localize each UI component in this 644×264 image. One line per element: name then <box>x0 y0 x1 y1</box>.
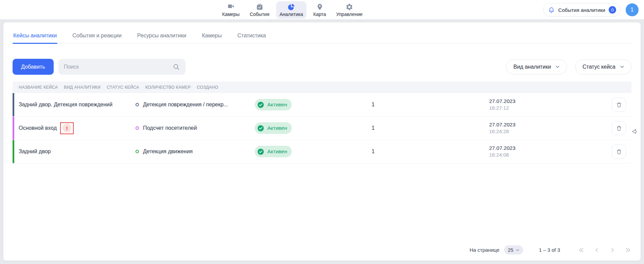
tab-label: Статистика <box>237 33 266 38</box>
case-name: Задний двор <box>19 148 51 155</box>
tab-label: Камеры <box>202 33 222 38</box>
chevron-right-icon <box>609 247 616 253</box>
analytics-type-dot <box>136 103 139 106</box>
toolbar: Добавить Вид аналитики Статус кейса <box>13 59 631 75</box>
mouse-cursor <box>630 128 638 135</box>
add-case-button[interactable]: Добавить <box>13 59 54 75</box>
top-nav: Камеры События Анали <box>0 0 644 20</box>
table-row[interactable]: Основной вход ! Подсчет посетителей <box>13 117 631 140</box>
nav-item[interactable]: Управление <box>333 1 366 19</box>
events-count-badge: 0 <box>609 6 616 14</box>
status-badge-label: Активен <box>267 148 287 155</box>
case-color-bar <box>13 117 14 140</box>
gear-icon <box>345 3 353 11</box>
created-time: 16:27:12 <box>489 105 516 111</box>
chevron-down-icon <box>515 248 520 252</box>
warning-highlight-box: ! <box>60 122 74 134</box>
created-cell: 27.07.2023 16:24:08 <box>483 145 589 158</box>
cases-table: НАЗВАНИЕ КЕЙСА ВИД АНАЛИТИКИ СТАТУС КЕЙС… <box>13 82 631 163</box>
delete-case-button[interactable] <box>612 121 626 135</box>
tab[interactable]: Статистика <box>237 31 267 43</box>
prev-page-button[interactable] <box>593 247 600 253</box>
camera-count: 1 <box>372 102 375 108</box>
case-status-cell: Активен <box>249 122 365 134</box>
status-badge: Активен <box>255 122 292 134</box>
tab-label: Кейсы аналитики <box>13 33 57 38</box>
camera-count: 1 <box>372 148 375 155</box>
table-header-cell: ВИД АНАЛИТИКИ <box>58 85 101 90</box>
nav-item[interactable]: Камеры <box>219 1 243 19</box>
last-page-button[interactable] <box>625 247 631 253</box>
per-page-select[interactable]: 25 <box>504 245 523 254</box>
delete-case-button[interactable] <box>612 98 626 112</box>
case-name-cell: Задний двор. Детекция повреждений <box>13 102 129 108</box>
table-header-cell: СТАТУС КЕЙСА <box>101 85 139 90</box>
analytics-type-dot <box>136 150 139 153</box>
nav-item[interactable]: События <box>246 1 273 19</box>
table-row[interactable]: Задний двор. Детекция повреждений Детекц… <box>13 93 631 117</box>
nav-item-label: Карта <box>313 12 326 17</box>
camera-count: 1 <box>372 125 375 131</box>
created-time: 16:24:28 <box>489 128 516 135</box>
first-page-button[interactable] <box>578 247 585 253</box>
created-date: 27.07.2023 <box>489 145 516 152</box>
nav-item-label: Управление <box>336 12 363 17</box>
analytics-type-label: Подсчет посетителей <box>143 125 197 131</box>
case-color-bar <box>13 93 14 116</box>
tab[interactable]: Ресурсы аналитики <box>137 31 187 43</box>
case-name: Основной вход <box>19 125 57 131</box>
nav-item[interactable]: Карта <box>310 1 329 19</box>
status-badge-label: Активен <box>267 102 287 108</box>
nav-right: События аналитики 0 1 <box>543 3 639 17</box>
analytics-type-label: Детекция движения <box>143 148 193 155</box>
filter-dropdown-label: Статус кейса <box>583 64 615 70</box>
case-name-cell: Основной вход ! <box>13 122 129 134</box>
table-row[interactable]: Задний двор Детекция движения Активен <box>13 140 631 163</box>
next-page-button[interactable] <box>609 247 616 253</box>
table-header-cell: СОЗДАНО <box>191 85 218 90</box>
status-badge: Активен <box>255 146 292 157</box>
camera-count-cell: 1 <box>365 125 483 131</box>
tab[interactable]: Кейсы аналитики <box>13 31 57 43</box>
nav-item-label: Камеры <box>222 12 239 17</box>
case-status-cell: Активен <box>249 99 365 110</box>
tab[interactable]: Камеры <box>201 31 222 43</box>
tab-label: Ресурсы аналитики <box>137 33 186 38</box>
video-camera-icon <box>227 3 235 11</box>
table-header-cell: КОЛИЧЕСТВО КАМЕР <box>139 85 191 90</box>
double-chevron-left-icon <box>578 247 585 253</box>
chevron-down-icon <box>555 64 560 70</box>
filter-dropdown[interactable]: Статус кейса <box>575 59 631 74</box>
camera-count-cell: 1 <box>365 102 483 108</box>
tab-label: События и реакции <box>72 33 122 38</box>
analytics-type-cell: Детекция повреждения / перекр... <box>129 102 249 108</box>
per-page-label: На странице <box>469 247 499 253</box>
main-menu: Камеры События Анали <box>219 0 366 19</box>
pagination <box>578 247 631 253</box>
events-button-label: События аналитики <box>558 7 605 13</box>
row-actions-cell <box>589 144 631 159</box>
chevron-left-icon <box>593 247 600 253</box>
search-input[interactable] <box>64 64 173 70</box>
analytics-type-label: Детекция повреждения / перекр... <box>143 102 228 108</box>
nav-item-label: Аналитика <box>280 12 303 17</box>
search-box[interactable] <box>58 59 185 75</box>
tabs: Кейсы аналитики События и реакции Ресурс… <box>13 22 631 44</box>
filter-dropdown[interactable]: Вид аналитики <box>506 59 567 74</box>
analytics-type-dot <box>136 126 139 130</box>
content-card: Кейсы аналитики События и реакции Ресурс… <box>3 22 641 261</box>
created-date: 27.07.2023 <box>489 98 516 105</box>
row-actions-cell <box>589 121 631 135</box>
delete-case-button[interactable] <box>612 144 626 159</box>
analytics-events-button[interactable]: События аналитики 0 <box>543 3 620 17</box>
avatar[interactable]: 1 <box>626 3 639 16</box>
nav-item[interactable]: Аналитика <box>276 1 306 19</box>
double-chevron-right-icon <box>625 247 631 253</box>
chevron-down-icon <box>619 64 625 70</box>
created-cell: 27.07.2023 16:27:12 <box>483 98 589 111</box>
per-page-value: 25 <box>508 247 513 253</box>
table-header-cell: НАЗВАНИЕ КЕЙСА <box>13 85 58 90</box>
page-range: 1 – 3 of 3 <box>539 247 560 253</box>
tab[interactable]: События и реакции <box>72 31 122 43</box>
created-date: 27.07.2023 <box>489 121 516 128</box>
